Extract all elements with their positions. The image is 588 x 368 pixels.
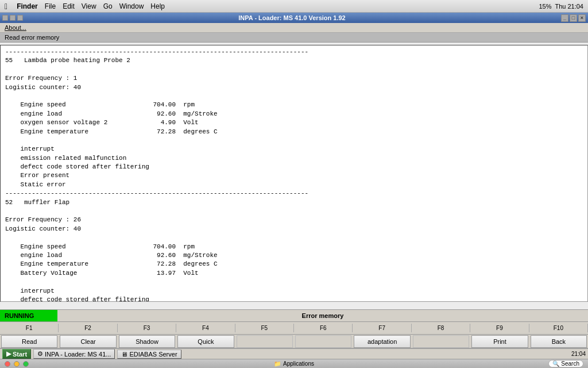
menu-left:  Finder File Edit View Go Window Help bbox=[5, 2, 165, 11]
running-status: RUNNING bbox=[0, 310, 57, 321]
menu-finder[interactable]: Finder bbox=[17, 2, 38, 10]
fkey-f7: F7 bbox=[353, 324, 411, 332]
minimize-btn[interactable] bbox=[10, 15, 16, 21]
inpa-label: INPA - Loader: MS 41... bbox=[45, 351, 111, 358]
dock-right: 🔍 Search bbox=[548, 360, 583, 367]
fkey-f1: F1 bbox=[0, 324, 59, 332]
menu-right: 15% Thu 21:04 bbox=[539, 3, 583, 10]
apple-menu[interactable]:  bbox=[5, 2, 7, 11]
fkey-f3: F3 bbox=[118, 324, 176, 332]
battery-indicator: 15% bbox=[539, 3, 551, 10]
inpa-icon: ⚙ bbox=[37, 350, 43, 358]
taskbar-inpa[interactable]: ⚙ INPA - Loader: MS 41... bbox=[33, 349, 115, 359]
mac-dock: 📁 Applications 🔍 Search bbox=[0, 359, 588, 368]
menu-go[interactable]: Go bbox=[103, 2, 113, 10]
ediabas-icon: 🖥 bbox=[121, 351, 127, 358]
search-box[interactable]: 🔍 Search bbox=[548, 360, 583, 367]
fkey-row: F1 F2 F3 F4 F5 F6 F7 F8 F9 F10 bbox=[0, 322, 588, 335]
ediabas-label: EDIABAS Server bbox=[129, 351, 177, 358]
taskbar-clock: 21:04 bbox=[571, 351, 586, 357]
clock: Thu 21:04 bbox=[555, 3, 583, 10]
fkey-f2: F2 bbox=[59, 324, 117, 332]
quick-button[interactable]: Quick bbox=[177, 335, 234, 348]
window-title: INPA - Loader: MS 41.0 Version 1.92 bbox=[23, 14, 561, 21]
dock-left bbox=[5, 361, 29, 367]
read-button[interactable]: Read bbox=[1, 335, 57, 348]
main-window: INPA - Loader: MS 41.0 Version 1.92 _ □ … bbox=[0, 13, 588, 368]
print-button[interactable]: Print bbox=[471, 335, 528, 348]
inpa-titlebar: INPA - Loader: MS 41.0 Version 1.92 _ □ … bbox=[0, 13, 588, 23]
mac-menubar:  Finder File Edit View Go Window Help 1… bbox=[0, 0, 588, 13]
taskbar-ediabas[interactable]: 🖥 EDIABAS Server bbox=[117, 350, 181, 359]
section-header: Read error memory bbox=[0, 33, 588, 43]
search-icon: 🔍 bbox=[552, 361, 559, 367]
f5-button bbox=[237, 335, 293, 348]
win-ctrl-2[interactable]: □ bbox=[570, 14, 577, 22]
apps-label: Applications bbox=[283, 361, 314, 367]
taskbar: ▶ Start ⚙ INPA - Loader: MS 41... 🖥 EDIA… bbox=[0, 348, 588, 359]
traffic-light-green[interactable] bbox=[23, 361, 29, 367]
traffic-light-red[interactable] bbox=[5, 361, 10, 367]
fkey-f8: F8 bbox=[412, 324, 470, 332]
taskbar-time: 21:04 bbox=[571, 351, 586, 357]
fkey-f10: F10 bbox=[529, 324, 588, 332]
fkey-f6: F6 bbox=[294, 324, 353, 332]
start-button[interactable]: ▶ Start bbox=[2, 349, 31, 359]
fkey-f9: F9 bbox=[470, 324, 529, 332]
content-area[interactable]: ----------------------------------------… bbox=[0, 45, 588, 302]
status-center-label: Error memory bbox=[57, 312, 588, 319]
win-ctrl-3[interactable]: × bbox=[578, 14, 586, 22]
shadow-button[interactable]: Shadow bbox=[119, 335, 175, 348]
menu-view[interactable]: View bbox=[82, 2, 96, 10]
menu-edit[interactable]: Edit bbox=[63, 2, 75, 10]
start-label: Start bbox=[13, 351, 27, 358]
error-memory-text: ----------------------------------------… bbox=[1, 45, 587, 302]
win-ctrl-1[interactable]: _ bbox=[561, 14, 568, 22]
fkey-f5: F5 bbox=[235, 324, 294, 332]
apps-icon: 📁 bbox=[274, 361, 281, 367]
clear-button[interactable]: Clear bbox=[60, 335, 116, 348]
menu-help[interactable]: Help bbox=[150, 2, 165, 10]
about-link[interactable]: About... bbox=[0, 23, 588, 33]
adaptation-button[interactable]: adaptation bbox=[354, 335, 410, 348]
close-btn[interactable] bbox=[2, 15, 8, 21]
status-bar: RUNNING Error memory bbox=[0, 309, 588, 322]
start-icon: ▶ bbox=[6, 350, 11, 358]
fkey-f4: F4 bbox=[176, 324, 235, 332]
traffic-light-yellow[interactable] bbox=[14, 361, 20, 367]
menu-window[interactable]: Window bbox=[119, 2, 144, 10]
apps-center: 📁 Applications bbox=[274, 361, 314, 367]
back-button[interactable]: Back bbox=[531, 335, 587, 348]
menu-file[interactable]: File bbox=[45, 2, 56, 10]
action-row: Read Clear Shadow Quick adaptation Print… bbox=[0, 335, 588, 348]
maximize-btn[interactable] bbox=[17, 15, 23, 21]
f6-button bbox=[295, 335, 351, 348]
f8-button bbox=[413, 335, 469, 348]
search-label: Search bbox=[561, 361, 579, 367]
